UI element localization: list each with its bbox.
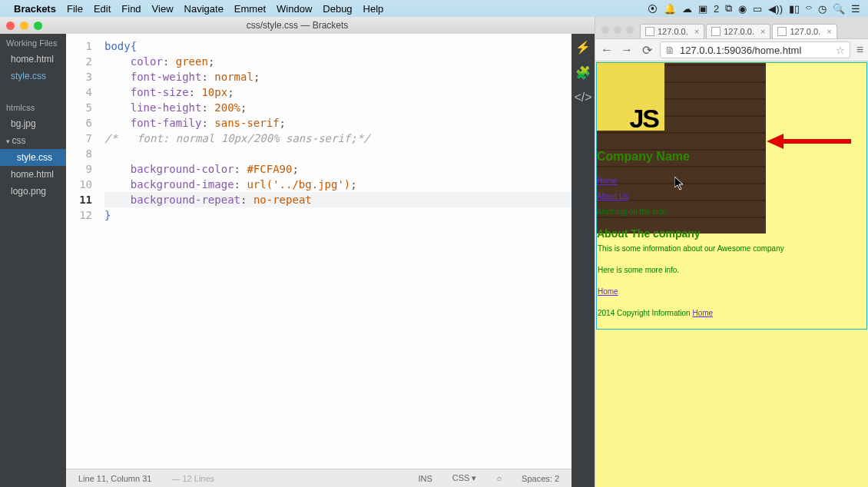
nav-text: Anything on the side: [597, 204, 766, 220]
hero-section: JS Company Name Home About Us Anything o…: [597, 63, 766, 234]
menu-emmet[interactable]: Emmet: [234, 3, 266, 15]
status-cursor: Line 11, Column 31: [74, 474, 156, 483]
display-icon[interactable]: ▭: [753, 3, 762, 15]
notification-icon[interactable]: 🔔: [664, 3, 676, 15]
close-icon[interactable]: ×: [760, 27, 765, 36]
window-title: css/style.css — Brackets: [0, 20, 595, 31]
extensions-icon[interactable]: 🧩: [575, 65, 591, 80]
browser-viewport: JS Company Name Home About Us Anything o…: [595, 61, 868, 487]
tree-bg-jpg[interactable]: bg.jpg: [0, 115, 66, 132]
status-ins[interactable]: INS: [413, 474, 436, 483]
browser-window-controls[interactable]: [601, 26, 638, 38]
tree-home-html[interactable]: home.html: [0, 166, 66, 183]
about-p1: This is some information about our Aweso…: [598, 241, 866, 257]
menu-help[interactable]: Help: [363, 3, 384, 15]
cursor-icon: [674, 177, 685, 190]
status-circle-icon[interactable]: ○: [492, 474, 506, 483]
address-text: 127.0.0.1:59036/home.html: [680, 45, 801, 56]
footer-link-home[interactable]: Home: [598, 287, 618, 296]
reload-icon[interactable]: ⟳: [640, 43, 654, 58]
clock-icon[interactable]: ◷: [818, 3, 827, 15]
sync-icon[interactable]: ◉: [738, 3, 747, 15]
gutter: 123456789101112: [66, 34, 100, 469]
close-icon[interactable]: [6, 22, 15, 30]
brackets-window: css/style.css — Brackets Working Files h…: [0, 17, 595, 487]
back-icon[interactable]: ←: [600, 43, 614, 57]
code-comment: /* font: normal 10px/200% sans-serif;*/: [104, 132, 370, 144]
maximize-icon[interactable]: [34, 22, 42, 30]
minimize-icon[interactable]: [20, 22, 28, 30]
live-preview-icon[interactable]: ⚡: [575, 40, 591, 55]
favicon-icon: [645, 27, 654, 36]
address-bar[interactable]: 🗎 127.0.0.1:59036/home.html ☆: [660, 41, 850, 58]
volume-icon[interactable]: ◀)): [768, 3, 783, 15]
dropbox-icon[interactable]: ⧉: [725, 2, 732, 15]
browser-tab-2[interactable]: 127.0.0.×: [706, 24, 770, 38]
favicon-icon: [711, 27, 721, 36]
page-icon: 🗎: [665, 45, 675, 56]
status-icon[interactable]: ⦿: [648, 3, 658, 15]
code-lines[interactable]: body{ color: green; font-weight: normal;…: [100, 34, 571, 469]
page-content: This is some information about our Aweso…: [597, 234, 866, 329]
browser-tab-1[interactable]: 127.0.0.×: [640, 24, 704, 38]
adobe-icon[interactable]: ▣: [698, 3, 707, 15]
copyright-link[interactable]: Home: [692, 309, 713, 317]
cloud-icon[interactable]: ☁: [682, 3, 692, 15]
menu-navigate[interactable]: Navigate: [184, 3, 224, 15]
menu-list-icon[interactable]: ☰: [851, 3, 860, 15]
browser-tabstrip: 127.0.0.× 127.0.0.× 127.0.0.×: [595, 17, 868, 38]
working-file-style[interactable]: style.css: [0, 68, 66, 84]
adobe-count: 2: [714, 3, 719, 15]
browser-toolbar: ← → ⟳ 🗎 127.0.0.1:59036/home.html ☆ ≡: [595, 38, 868, 61]
close-icon[interactable]: ×: [827, 27, 831, 36]
svg-marker-2: [674, 177, 683, 190]
tree-css-folder[interactable]: css: [0, 132, 66, 149]
menu-find[interactable]: Find: [121, 3, 141, 15]
nav-link-about[interactable]: About Us: [597, 189, 766, 204]
browser-menu-icon[interactable]: ≡: [856, 43, 863, 57]
sidebar: Working Files home.html style.css htmlcs…: [0, 34, 66, 487]
app-name[interactable]: Brackets: [14, 3, 56, 15]
copyright: 2014 Copyright Information Home: [598, 306, 866, 321]
code-tag-icon[interactable]: </>: [574, 91, 591, 104]
about-p2: Here is some more info.: [598, 263, 866, 278]
status-lang[interactable]: CSS ▾: [448, 473, 482, 483]
tree-style-css[interactable]: style.css: [0, 149, 66, 166]
menu-window[interactable]: Window: [277, 3, 312, 15]
right-rail: ⚡ 🧩 </>: [571, 34, 595, 487]
status-spaces[interactable]: Spaces: 2: [517, 474, 564, 483]
close-icon[interactable]: ×: [694, 27, 699, 36]
status-total: — 12 Lines: [167, 474, 219, 483]
browser-tab-3[interactable]: 127.0.0.×: [772, 24, 837, 38]
browser-window: 127.0.0.× 127.0.0.× 127.0.0.× ← → ⟳ 🗎 12…: [595, 17, 868, 487]
about-heading: About The company: [597, 224, 766, 243]
working-files-label: Working Files: [0, 34, 66, 51]
search-icon[interactable]: 🔍: [833, 3, 845, 15]
tree-logo-png[interactable]: logo.png: [0, 183, 66, 200]
menu-view[interactable]: View: [152, 3, 174, 15]
project-label[interactable]: htmlcss: [0, 98, 66, 115]
working-file-home[interactable]: home.html: [0, 51, 66, 68]
code-editor[interactable]: 123456789101112 body{ color: green; font…: [66, 34, 571, 487]
rendered-page: JS Company Name Home About Us Anything o…: [596, 62, 867, 330]
js-logo: JS: [597, 63, 664, 131]
menu-file[interactable]: File: [67, 3, 83, 15]
status-bar: Line 11, Column 31 — 12 Lines INS CSS ▾ …: [66, 469, 571, 487]
favicon-icon: [777, 27, 787, 36]
code-line-1: body{: [104, 40, 137, 52]
battery-icon[interactable]: ▮▯: [789, 3, 800, 15]
company-name: Company Name: [597, 146, 766, 166]
editor-titlebar: css/style.css — Brackets: [0, 17, 595, 34]
wifi-icon[interactable]: ⌔: [806, 3, 812, 15]
menu-debug[interactable]: Debug: [323, 3, 352, 15]
bookmark-icon[interactable]: ☆: [836, 45, 845, 56]
menu-edit[interactable]: Edit: [94, 3, 111, 15]
forward-icon[interactable]: →: [620, 43, 634, 57]
mac-menubar: Brackets File Edit Find View Navigate Em…: [0, 0, 868, 17]
